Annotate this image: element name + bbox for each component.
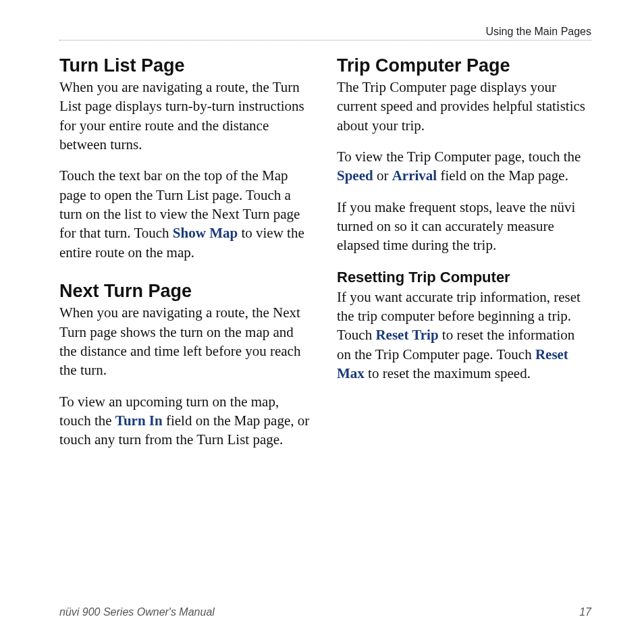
paragraph: If you make frequent stops, leave the nü… [337, 198, 591, 255]
footer-title: nüvi 900 Series Owner's Manual [59, 606, 215, 618]
manual-page: Using the Main Pages Turn List Page When… [0, 0, 644, 644]
ui-ref-arrival: Arrival [392, 167, 437, 184]
right-column: Trip Computer Page The Trip Computer pag… [337, 55, 591, 462]
paragraph: To view an upcoming turn on the map, tou… [59, 392, 314, 450]
text: field on the Map page. [437, 167, 568, 184]
heading-turn-list: Turn List Page [59, 55, 314, 76]
left-column: Turn List Page When you are navigating a… [59, 55, 314, 462]
paragraph: When you are navigating a route, the Tur… [59, 78, 314, 154]
two-column-layout: Turn List Page When you are navigating a… [59, 55, 591, 462]
paragraph: If you want accurate trip information, r… [337, 288, 591, 383]
paragraph: Touch the text bar on the top of the Map… [59, 166, 314, 262]
page-footer: nüvi 900 Series Owner's Manual 17 [59, 606, 591, 618]
heading-next-turn: Next Turn Page [59, 281, 314, 302]
paragraph: To view the Trip Computer page, touch th… [337, 147, 591, 186]
paragraph: The Trip Computer page displays your cur… [337, 78, 591, 135]
paragraph: When you are navigating a route, the Nex… [59, 303, 314, 379]
ui-ref-reset-trip: Reset Trip [375, 327, 438, 343]
ui-ref-turn-in: Turn In [115, 412, 163, 429]
text: to reset the maximum speed. [365, 365, 531, 381]
ui-ref-show-map: Show Map [173, 225, 238, 241]
text: To view the Trip Computer page, touch th… [337, 149, 581, 165]
running-head: Using the Main Pages [59, 26, 591, 41]
text: or [373, 167, 392, 184]
heading-trip-computer: Trip Computer Page [337, 55, 591, 76]
ui-ref-speed: Speed [337, 167, 373, 184]
page-number: 17 [579, 606, 591, 618]
heading-resetting: Resetting Trip Computer [337, 269, 591, 286]
